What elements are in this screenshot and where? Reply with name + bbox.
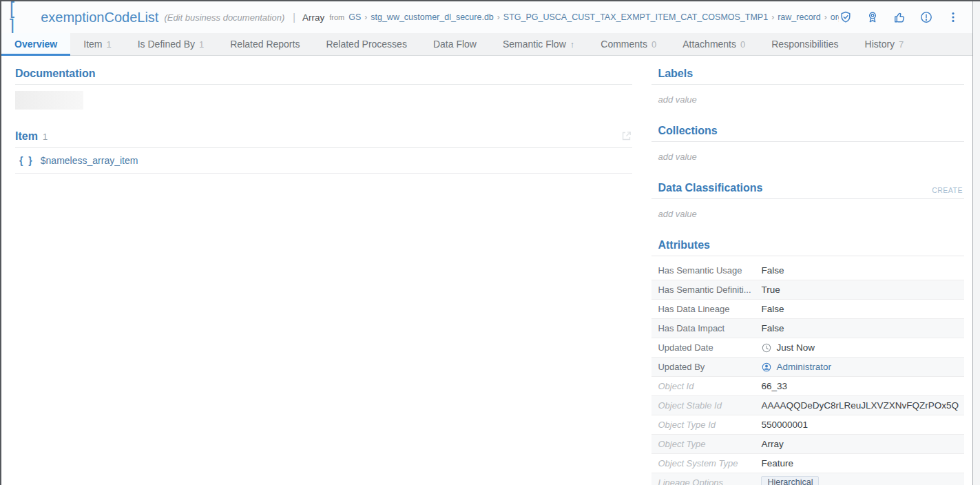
attr-value-text: True [761,285,780,295]
attr-row-has-data-impact: Has Data ImpactFalse [651,319,964,338]
scrollbar[interactable] [972,0,980,485]
tab-attachments[interactable]: Attachments0 [669,33,758,55]
attr-value: 550000001 [761,420,808,430]
labels-section: Labels add value [651,68,964,105]
item-heading: Item1 [15,130,632,143]
user-avatar-icon [761,362,772,373]
attributes-section: Attributes Has Semantic UsageFalseHas Se… [651,239,964,485]
attr-label: Updated Date [658,342,761,353]
attributes-heading: Attributes [658,239,964,251]
attr-value-text: Feature [761,458,793,468]
attr-value-text: False [761,265,784,276]
tab-label: Related Reports [230,39,300,50]
tab-comments[interactable]: Comments0 [587,33,669,55]
attr-value: Administrator [761,362,831,373]
issue-alert-icon[interactable] [919,10,933,24]
attr-label: Object Type Id [658,420,761,430]
tab-label: Semantic Flow [503,39,566,50]
breadcrumb-link-stg-pg-usca-cust-tax-exmpt-item-cat-cosmos-tmp1[interactable]: STG_PG_USCA_CUST_TAX_EXMPT_ITEM_CAT_COSM… [503,12,768,22]
tab-is-defined-by[interactable]: Is Defined By1 [125,33,218,55]
shield-check-icon[interactable] [839,10,853,24]
clock-icon [761,342,772,353]
attr-row-object-stable-id: Object Stable IdAAAAQQDeDyC8rLReuJLXVZXN… [651,396,964,415]
certification-ribbon-icon[interactable] [866,10,879,24]
tab-overview[interactable]: Overview [1,33,70,55]
tab-item[interactable]: Item1 [70,33,124,55]
window-edge-top [0,0,980,1]
labels-heading: Labels [658,68,964,80]
attr-row-object-system-type: Object System TypeFeature [651,454,964,473]
lineage-options-badge: Hierarchical [761,476,819,485]
breadcrumb-separator: › [364,12,367,22]
main-content: Documentation Item1 { } $nameless_array_… [1,56,643,485]
object-braces-icon: { } [19,155,34,166]
attr-value: Array [761,439,783,449]
attr-row-updated-by: Updated ByAdministrator [651,358,964,377]
semantic-flow-arrow-icon: ↑ [570,39,575,50]
attr-value-text: False [761,323,784,333]
tab-history[interactable]: History7 [852,33,917,55]
tab-label: Attachments [682,39,736,50]
breadcrumb-link-gs[interactable]: GS [348,12,361,22]
tab-count: 7 [899,39,904,50]
page-title: exemptionCodeList [41,10,158,25]
attr-value: 66_33 [761,381,787,391]
attr-value: False [761,304,784,314]
attr-value-text: Array [761,439,783,449]
tab-semantic-flow[interactable]: Semantic Flow↑ [490,33,587,55]
classifications-add-value[interactable]: add value [658,209,964,219]
breadcrumb-link-stg-ww-customer-dl-secure-db[interactable]: stg_ww_customer_dl_secure.db [371,12,494,22]
tab-label: Responsibilities [771,39,838,50]
collections-section: Collections add value [651,125,964,162]
more-options-icon[interactable] [946,10,960,24]
attr-label: Has Data Lineage [658,304,761,314]
create-button[interactable]: CREATE [932,186,963,194]
tab-label: Item [83,39,102,50]
attr-value-text: 550000001 [761,420,808,430]
attr-label: Has Semantic Definiti... [658,285,761,295]
object-type-label: Array [302,12,324,23]
attr-row-object-id: Object Id66_33 [651,377,964,396]
item-row[interactable]: { } $nameless_array_item [15,148,632,174]
updated-by-link[interactable]: Administrator [776,362,831,372]
side-panel: Labels add value Collections add value D… [643,56,972,485]
item-count: 1 [43,132,48,142]
documentation-heading: Documentation [15,68,632,80]
attr-label: Object System Type [658,458,761,468]
labels-add-value[interactable]: add value [658,94,964,105]
attr-value: Hierarchical [761,476,819,485]
tab-related-reports[interactable]: Related Reports [217,33,313,55]
attr-row-has-semantic-definiti: Has Semantic Definiti...True [651,280,964,300]
attr-label: Object Type [658,439,761,449]
open-in-new-icon[interactable] [621,130,632,142]
item-link[interactable]: $nameless_array_item [41,155,138,166]
collections-heading: Collections [658,125,964,137]
tab-responsibilities[interactable]: Responsibilities [758,33,851,55]
data-classifications-heading: Data Classifications [658,182,762,194]
breadcrumb-link-orgcommon[interactable]: orgCommon [831,12,839,22]
from-label: from [329,13,344,21]
breadcrumb-separator: › [824,12,827,22]
tab-label: Comments [601,39,647,50]
tab-count: 0 [651,39,656,50]
data-classifications-section: Data Classifications CREATE add value [651,182,964,219]
attr-label: Has Semantic Usage [658,265,761,276]
edit-documentation-hint[interactable]: (Edit business documentation) [164,12,284,23]
breadcrumb-separator: › [497,12,500,22]
attr-label: Has Data Impact [658,323,761,333]
attr-value-text: False [761,304,784,314]
window-edge-left [0,0,1,485]
tab-related-processes[interactable]: Related Processes [313,33,420,55]
breadcrumb-link-raw-record[interactable]: raw_record [778,12,821,22]
header-actions [839,10,963,24]
thumbs-up-icon[interactable] [893,10,906,24]
attr-row-updated-date: Updated DateJust Now [651,338,964,358]
attr-label: Lineage Options [658,477,761,485]
tab-bar: OverviewItem1Is Defined By1Related Repor… [1,33,972,56]
attributes-table: Has Semantic UsageFalseHas Semantic Defi… [651,261,964,485]
tab-data-flow[interactable]: Data Flow [420,33,490,55]
attr-value: AAAAQQDeDyC8rLReuJLXVZXNvFQZrPOx5Q [761,400,959,411]
collections-add-value[interactable]: add value [658,152,964,162]
attr-row-object-type: Object TypeArray [651,435,964,454]
attr-label: Object Stable Id [658,400,761,411]
